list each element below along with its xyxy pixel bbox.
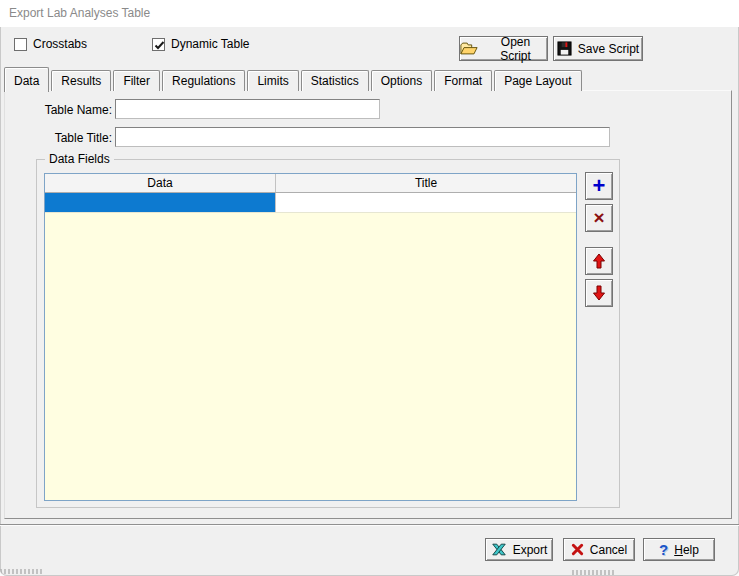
data-fields-group-label: Data Fields [45, 152, 114, 166]
export-button[interactable]: Export [485, 538, 553, 561]
tab-statistics[interactable]: Statistics [301, 70, 369, 91]
open-script-label: Open Script [484, 35, 547, 63]
checkbox-box[interactable] [14, 38, 27, 51]
grid-row-selected[interactable] [45, 193, 576, 213]
crosstabs-label: Crosstabs [33, 37, 87, 51]
help-button[interactable]: ? Help [643, 538, 715, 561]
open-folder-icon [460, 42, 478, 55]
add-field-button[interactable]: + [585, 172, 613, 200]
move-down-button[interactable] [585, 279, 613, 307]
question-mark-icon: ? [659, 541, 668, 558]
up-arrow-icon [592, 253, 606, 269]
cancel-x-icon [571, 543, 584, 556]
tab-bar: Data Results Filter Regulations Limits S… [4, 68, 584, 91]
dynamic-table-checkbox[interactable]: Dynamic Table [152, 37, 249, 51]
excel-x-icon [491, 543, 507, 556]
save-script-label: Save Script [578, 42, 639, 56]
background-window-artifact [572, 570, 616, 575]
table-title-input[interactable] [115, 127, 610, 147]
cancel-button[interactable]: Cancel [563, 538, 635, 561]
data-fields-group: Data Fields Data Title + × [36, 159, 620, 508]
export-label: Export [513, 543, 548, 557]
open-script-button[interactable]: Open Script [459, 36, 548, 61]
grid-header-row: Data Title [45, 174, 576, 193]
title-bar[interactable]: Export Lab Analyses Table [0, 0, 739, 27]
footer-separator [0, 524, 739, 526]
checkbox-box[interactable] [152, 38, 165, 51]
grid-cell-data[interactable] [45, 193, 276, 212]
down-arrow-icon [592, 285, 606, 301]
tab-limits[interactable]: Limits [247, 70, 298, 91]
tab-regulations[interactable]: Regulations [162, 70, 245, 91]
data-tab-panel: Table Name: Table Title: Data Fields Dat… [4, 90, 732, 519]
window-title: Export Lab Analyses Table [9, 6, 150, 20]
check-icon [153, 39, 166, 52]
tab-filter[interactable]: Filter [113, 70, 160, 91]
table-name-input[interactable] [115, 99, 380, 119]
tab-data[interactable]: Data [4, 67, 49, 92]
move-up-button[interactable] [585, 247, 613, 275]
tab-options[interactable]: Options [371, 70, 432, 91]
delete-field-button[interactable]: × [585, 204, 613, 232]
background-window-artifact [0, 569, 42, 574]
tab-page-layout[interactable]: Page Layout [494, 70, 581, 91]
data-fields-grid[interactable]: Data Title [44, 173, 577, 501]
table-name-label: Table Name: [15, 103, 112, 117]
grid-header-title[interactable]: Title [276, 174, 576, 192]
grid-cell-title[interactable] [276, 193, 576, 212]
save-script-button[interactable]: Save Script [553, 36, 643, 61]
delete-x-icon: × [593, 207, 604, 229]
table-title-label: Table Title: [15, 131, 112, 145]
crosstabs-checkbox[interactable]: Crosstabs [14, 37, 87, 51]
grid-header-data[interactable]: Data [45, 174, 276, 192]
export-lab-analyses-dialog: Export Lab Analyses Table Crosstabs Dyna… [0, 0, 739, 576]
plus-icon: + [593, 173, 606, 199]
floppy-disk-icon [557, 41, 572, 56]
tab-results[interactable]: Results [51, 70, 111, 91]
tab-format[interactable]: Format [434, 70, 492, 91]
cancel-label: Cancel [590, 543, 627, 557]
dynamic-table-label: Dynamic Table [171, 37, 249, 51]
help-label: Help [674, 543, 699, 557]
